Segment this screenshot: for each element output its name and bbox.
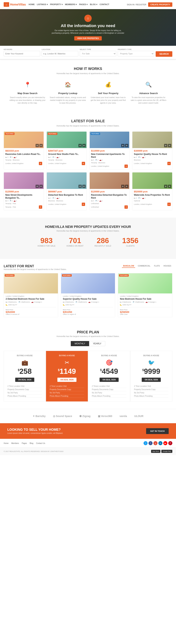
price-amount-4: $ 9999 — [134, 368, 168, 375]
rent-tab-houses[interactable]: HOUSES — [162, 264, 172, 268]
location-input[interactable] — [42, 51, 78, 56]
stat-homes-rent: 701 HOMES ON RENT — [67, 236, 84, 252]
rent-tab-commercial[interactable]: COMMERCIAL — [137, 264, 151, 268]
prop-card-3[interactable]: FEATURED $110000 pcm New Commercial Apar… — [89, 132, 130, 170]
nav-pages[interactable]: PAGES ▾ — [79, 3, 88, 6]
price-deal-btn-3[interactable]: ON DEAL SIGN — [100, 378, 119, 382]
prop-photos-2[interactable] — [82, 144, 86, 147]
footer-link-members[interactable]: Members — [11, 442, 19, 444]
price-tab-yearly[interactable]: YEARLY — [89, 341, 105, 346]
signin-button[interactable]: SIGN IN / REGISTER — [127, 4, 146, 6]
prop-expand-6[interactable] — [78, 185, 82, 188]
prop-photos-7[interactable] — [125, 185, 128, 188]
prop-heart-7[interactable]: ♥ — [124, 206, 128, 209]
nav-blog[interactable]: BLOG ▾ — [90, 3, 97, 6]
price-feature-3-2: Property Documents Copy — [92, 388, 126, 391]
how-item-search-title: Advance Search — [130, 92, 167, 95]
prop-heart-1[interactable]: ♥ — [39, 162, 42, 165]
prop-expand-3[interactable] — [121, 144, 124, 147]
rent-title-1: 2 Detached Bedroom House For Sale — [6, 298, 56, 300]
prop-heart-5[interactable]: ♥ — [39, 206, 42, 209]
rent-card-3[interactable]: FEATURED London / United Kingdom New Bed… — [118, 273, 172, 317]
prop-title-1: Ravenslea Cafe London Road To.. — [5, 153, 42, 156]
price-icon-2: ✂ — [50, 359, 84, 366]
footer-link-blog[interactable]: Blog — [30, 442, 33, 444]
prop-card-6[interactable]: $606667 pcm Detached New Bungalow To Ren… — [47, 172, 87, 210]
google-play-badge[interactable]: Google Play — [161, 450, 172, 453]
footer-link-contact[interactable]: Contact Us — [36, 442, 45, 444]
prop-card-5[interactable]: $125000 pcm New Street Developments Bung… — [4, 172, 44, 210]
price-deal-btn-2[interactable]: ON DEAL SIGN — [57, 378, 76, 382]
prop-expand-7[interactable] — [121, 185, 124, 188]
rent-price-row-2: Best Price $351050 Offers in region of — [63, 307, 113, 315]
price-number-3: 4549 — [102, 368, 118, 375]
rent-tab-flats[interactable]: FLATS — [153, 264, 161, 268]
prop-baths-1: 🚿 2 — [9, 156, 13, 158]
prop-photos-1[interactable] — [39, 144, 43, 147]
price-card-3-title: BUYING A HOUSE — [92, 354, 126, 356]
social-pinterest[interactable]: P — [168, 441, 172, 445]
rent-card-2[interactable]: FEATURED London / United Kingdom Superio… — [61, 273, 115, 317]
prop-card-4[interactable]: $160000 pcm Superior Quality House To Re… — [132, 132, 172, 170]
prop-title-3: New Commercial Apartments To Rent — [91, 153, 128, 158]
prop-expand-2[interactable] — [78, 144, 82, 147]
rent-body-2: London / United Kingdom Superior Quality… — [61, 294, 115, 317]
prop-heart-2[interactable]: ♥ — [82, 162, 85, 165]
rent-title-2: Superior Quality House For Sale — [63, 298, 113, 300]
prop-card-2[interactable]: FEATURED $2847167 pcm Ground New Studio … — [47, 132, 87, 170]
nav-listings[interactable]: LISTINGS ▾ — [37, 3, 48, 6]
prop-expand-5[interactable] — [36, 185, 39, 188]
social-twitter[interactable]: t — [143, 441, 147, 445]
type-label: SELECT TYPE — [80, 48, 116, 50]
rent-price-sub-3: Offer Over — [120, 314, 129, 315]
cta-text: LOOKING TO SELL YOUR HOME? Lorem ipsum d… — [7, 428, 63, 434]
logo[interactable]: HomeVillas — [4, 2, 26, 7]
rent-loc-2: London / United Kingdom — [63, 295, 113, 297]
nav-contact[interactable]: CONTACT — [100, 3, 109, 6]
get-in-touch-button[interactable]: GET IN TOUCH — [146, 428, 169, 434]
prop-location-3: London, United Kingdom ♥ — [91, 164, 128, 168]
partner-barnzby: ✦ Barnzby — [33, 415, 46, 418]
app-store-badge[interactable]: App Store — [151, 450, 160, 453]
prop-garage-2: 🚗 1 — [57, 156, 60, 158]
prop-card-8[interactable]: $520000 pcm Waterside Area Properties To… — [132, 172, 172, 210]
rent-card-1[interactable]: FEATURED London / United Kingdom 2 Detac… — [4, 273, 58, 317]
social-facebook[interactable]: f — [148, 441, 152, 445]
prop-expand-1[interactable] — [36, 144, 39, 147]
prop-photos-3[interactable] — [125, 144, 128, 147]
create-property-button[interactable]: CREATE PROPERTY — [148, 2, 172, 7]
map-icon: 📍 — [22, 79, 33, 90]
prop-card-1[interactable]: FEATURED $823333 pcm Ravenslea Cafe Lond… — [4, 132, 44, 170]
price-tab-monthly[interactable]: MONTHLY — [71, 341, 89, 346]
prop-photos-5[interactable] — [39, 185, 43, 188]
stats-title: HOMEVILLA NEW PROPERTY UPDATES EVERY HOU… — [4, 225, 172, 229]
nav-members[interactable]: MEMBERS ▾ — [65, 3, 77, 6]
prop-heart-3[interactable]: ♥ — [124, 164, 128, 168]
prop-heart-6[interactable]: ♥ — [82, 203, 85, 206]
prop-expand-8[interactable] — [164, 185, 167, 188]
prop-photos-8[interactable] — [168, 185, 171, 188]
social-googleplus[interactable]: g — [153, 441, 157, 445]
keyword-input[interactable] — [4, 51, 40, 56]
type-select[interactable]: For Sale — [80, 51, 116, 56]
prop-title-2: Ground New Studio Flats To.. — [48, 153, 85, 156]
price-deal-btn-4[interactable]: ON DEAL SIGN — [142, 378, 161, 382]
prop-card-7[interactable]: $120000 pcm Ravenslea Detached Bungalow … — [89, 172, 130, 210]
prop-photos-6[interactable] — [82, 185, 86, 188]
search-button[interactable]: SEARCH — [156, 51, 172, 57]
prop-expand-4[interactable] — [164, 144, 167, 147]
footer-link-pages[interactable]: Pages — [22, 442, 27, 444]
proptype-select[interactable]: Property Type — [118, 51, 154, 56]
rent-tab-bungalow[interactable]: BUNGALOW — [122, 264, 135, 268]
prop-heart-4[interactable]: ♥ — [167, 162, 171, 165]
prop-heart-8[interactable]: ♥ — [167, 203, 171, 206]
nav-home[interactable]: HOME — [29, 3, 35, 6]
social-youtube[interactable]: ▶ — [163, 441, 167, 445]
hero-cta-button[interactable]: VIEW OUR PROPERTIES — [74, 36, 102, 40]
nav-links: HOME LISTINGS ▾ PROPERTY ▾ MEMBERS ▾ PAG… — [29, 3, 109, 6]
prop-photos-4[interactable] — [168, 144, 171, 147]
footer-link-home[interactable]: Home — [4, 442, 9, 444]
nav-property[interactable]: PROPERTY ▾ — [50, 3, 63, 6]
price-deal-btn-1[interactable]: ON DEAL SIGN — [15, 378, 34, 382]
social-linkedin[interactable]: in — [158, 441, 162, 445]
